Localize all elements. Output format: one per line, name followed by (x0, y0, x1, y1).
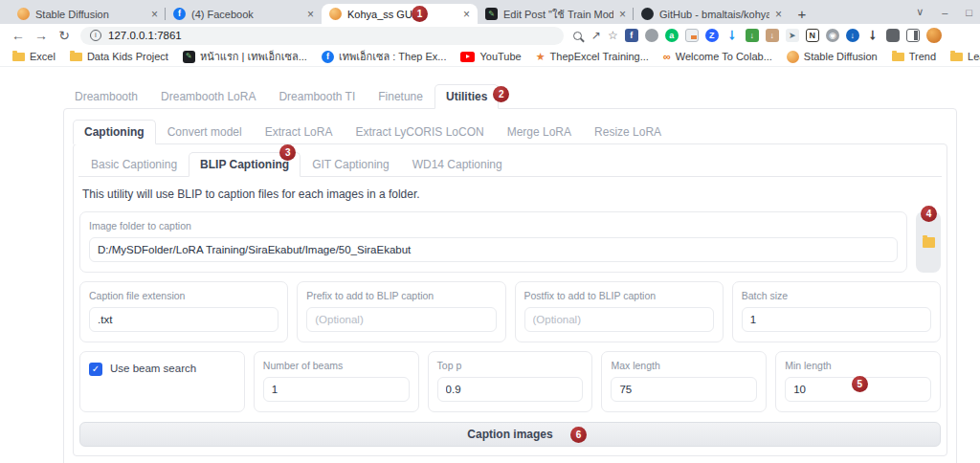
blip-description: This utility will use BLIP to caption fi… (79, 179, 941, 211)
bookmark-item[interactable]: ★ThepExcel Training... (536, 51, 649, 63)
browser-tab-edit-post[interactable]: ✎ Edit Post "ใช้ Train Model ของตัวเอ × (478, 4, 634, 24)
zoom-search-icon[interactable] (573, 32, 582, 40)
annotation-badge-2: 2 (493, 86, 509, 102)
forward-icon[interactable]: → (31, 28, 52, 43)
tab-dreambooth-lora[interactable]: Dreambooth LoRA (149, 84, 267, 109)
tab-git-captioning[interactable]: GIT Captioning (301, 152, 401, 177)
batch-size-input[interactable] (742, 307, 931, 332)
bookmark-item[interactable]: Trend (892, 51, 936, 62)
caption-extension-group: Caption file extension (79, 281, 288, 342)
annotation-badge-3: 3 (279, 144, 296, 161)
tab-resize-lora[interactable]: Resize LoRA (583, 120, 673, 144)
sidebar-icon[interactable] (906, 29, 920, 42)
tab-search-icon[interactable]: ∨ (916, 6, 924, 18)
browser-tab-github[interactable]: GitHub - bmaltais/kohya_ss × (634, 4, 790, 24)
address-bar[interactable]: i 127.0.0.1:7861 (80, 27, 564, 45)
minimize-button[interactable]: – (942, 7, 947, 18)
use-beam-search-checkbox[interactable]: ✓ (89, 363, 102, 376)
stable-diffusion-favicon (17, 8, 30, 20)
share-icon[interactable]: ↗ (591, 30, 601, 41)
bookmark-item[interactable]: ✎หน้าแรก | เทพเอ็กเซล... (183, 48, 307, 65)
tab-close-icon[interactable]: × (775, 9, 782, 20)
download-tray-icon[interactable]: ↓ (766, 29, 779, 42)
back-icon[interactable]: ← (8, 28, 29, 43)
captioning-tab-row: Basic Captioning BLIP Captioning3 GIT Ca… (79, 152, 941, 176)
notion-icon[interactable]: N (806, 29, 819, 42)
browser-tab-kohya-gui[interactable]: Kohya_ss GUI 1 × (322, 4, 478, 24)
captioning-panel: Basic Captioning BLIP Captioning3 GIT Ca… (73, 143, 947, 456)
max-length-input[interactable] (611, 377, 757, 402)
tab-convert-model[interactable]: Convert model (156, 120, 254, 144)
caption-images-button[interactable]: Caption images 6 (79, 422, 941, 447)
kohya-favicon (329, 8, 342, 20)
url-text: 127.0.0.1:7861 (108, 30, 182, 41)
browse-folder-button[interactable]: 4 (916, 211, 941, 273)
window-controls: ∨ – □ (916, 0, 972, 24)
tab-extract-lora[interactable]: Extract LoRA (254, 120, 345, 144)
tab-extract-lycoris-locon[interactable]: Extract LyCORIS LoCON (344, 120, 495, 144)
caption-extension-input[interactable] (89, 307, 278, 332)
bookmark-item[interactable]: Learning (950, 51, 980, 62)
maximize-button[interactable]: □ (966, 7, 972, 18)
bookmark-item[interactable]: Stable Diffusion (787, 51, 878, 63)
youtube-icon (460, 52, 475, 62)
paw-extension-icon[interactable] (645, 29, 658, 42)
bookmark-star-icon[interactable]: ☆ (608, 30, 618, 41)
tab-close-icon[interactable]: × (307, 9, 314, 20)
tab-close-icon[interactable]: × (619, 9, 626, 20)
image-folder-group: Image folder to caption (79, 211, 907, 273)
folder-icon (923, 237, 935, 248)
tab-merge-lora[interactable]: Merge LoRA (496, 120, 583, 144)
utilities-tab-row: Captioning Convert model Extract LoRA Ex… (73, 120, 947, 143)
pip-extension-icon[interactable] (685, 29, 699, 42)
tab-close-icon[interactable]: × (151, 9, 158, 20)
site-info-icon[interactable]: i (90, 30, 101, 41)
puzzle-extensions-icon[interactable] (886, 29, 900, 42)
camera-icon[interactable]: ◉ (826, 29, 839, 42)
download-blue-icon[interactable]: ⭣ (725, 29, 739, 42)
tab-dreambooth-ti[interactable]: Dreambooth TI (267, 84, 367, 109)
tab-close-icon[interactable]: × (463, 9, 470, 20)
tab-finetune[interactable]: Finetune (367, 84, 434, 109)
annotation-badge-1: 1 (412, 6, 428, 22)
image-folder-input[interactable] (89, 237, 898, 262)
facebook-extension-icon[interactable]: f (625, 29, 638, 42)
folder-icon (950, 53, 963, 61)
browser-toolbar: ← → ↻ i 127.0.0.1:7861 ↗ ☆ f a Z ⭣ ↓ ↓ ➤… (0, 24, 980, 47)
tab-basic-captioning[interactable]: Basic Captioning (79, 152, 189, 177)
download-bar-icon[interactable]: ⭣ (866, 29, 880, 42)
send-icon[interactable]: ➤ (786, 29, 799, 42)
utilities-panel: Captioning Convert model Extract LoRA Ex… (63, 108, 957, 463)
bookmark-item[interactable]: Excel (12, 51, 56, 62)
top-p-input[interactable] (437, 377, 584, 402)
browser-tab-facebook[interactable]: f (4) Facebook × (166, 4, 322, 24)
kohya-gui-page: Dreambooth Dreambooth LoRA Dreambooth TI… (0, 67, 980, 463)
profile-avatar[interactable] (926, 28, 942, 43)
site-favicon: ✎ (183, 51, 195, 63)
annotation-badge-4: 4 (921, 206, 937, 222)
use-beam-search-label: Use beam search (110, 363, 196, 374)
browser-window: Stable Diffusion × f (4) Facebook × Kohy… (0, 0, 980, 67)
postfix-input[interactable] (524, 307, 714, 332)
tab-utilities[interactable]: Utilities2 (434, 84, 499, 109)
tab-blip-captioning[interactable]: BLIP Captioning3 (189, 152, 301, 177)
site-favicon: ✎ (485, 8, 498, 20)
browser-tab-stable-diffusion[interactable]: Stable Diffusion × (10, 4, 166, 24)
z-extension-icon[interactable]: Z (705, 29, 719, 42)
tab-captioning[interactable]: Captioning (73, 120, 156, 144)
reload-icon[interactable]: ↻ (54, 28, 75, 43)
bookmark-item[interactable]: fเทพเอ็กเซล : Thep Ex... (322, 48, 447, 65)
bookmark-item[interactable]: YouTube (460, 51, 521, 62)
use-beam-search-group: ✓ Use beam search (79, 351, 245, 412)
download-green-icon[interactable]: ↓ (746, 29, 759, 42)
download-circle-icon[interactable]: ↓ (846, 29, 859, 42)
prefix-input[interactable] (306, 307, 496, 332)
new-tab-button[interactable]: + (790, 3, 814, 24)
blip-captioning-panel: This utility will use BLIP to caption fi… (78, 176, 942, 452)
number-of-beams-input[interactable] (263, 377, 410, 402)
a-extension-icon[interactable]: a (665, 29, 679, 42)
tab-dreambooth[interactable]: Dreambooth (63, 84, 149, 109)
tab-wd14-captioning[interactable]: WD14 Captioning (401, 152, 514, 177)
bookmark-item[interactable]: Data Kids Project (70, 51, 168, 62)
bookmark-item[interactable]: ∞Welcome To Colab... (663, 51, 772, 62)
